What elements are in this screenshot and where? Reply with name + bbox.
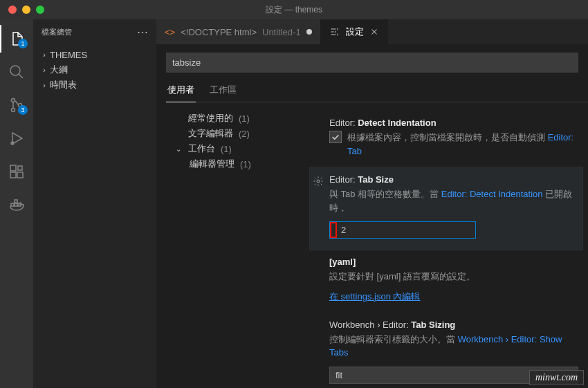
check-icon — [331, 132, 340, 142]
activity-docker[interactable] — [0, 191, 33, 219]
sidebar: 檔案總管 ⋯ ›THEMES ›大綱 ›時間表 — [33, 19, 156, 388]
sidebar-more-icon[interactable]: ⋯ — [137, 26, 148, 39]
docker-icon — [8, 196, 25, 213]
settings-tab-icon — [329, 26, 340, 37]
sidebar-section-timeline[interactable]: ›時間表 — [33, 77, 156, 93]
svg-rect-5 — [10, 165, 16, 171]
setting-detect-indentation: Editor: Detect Indentation 根據檔案內容，控制當檔案開… — [310, 111, 588, 167]
editor-tabs: <> <!DOCTYPE html> Untitled-1 設定 — [156, 19, 588, 44]
svg-point-1 — [12, 99, 15, 102]
tab-file-name: <!DOCTYPE html> — [181, 27, 257, 37]
settings-results: Editor: Detect Indentation 根據檔案內容，控制當檔案開… — [304, 102, 588, 388]
toc-text-editor[interactable]: 文字編輯器(2) — [176, 126, 304, 141]
watermark: minwt.com — [529, 370, 584, 385]
close-tab-icon[interactable] — [369, 27, 379, 37]
dirty-indicator-icon — [306, 29, 312, 35]
setting-tab-size: Editor: Tab Size 與 Tab 相等的空格數量。當 Editor:… — [310, 167, 582, 250]
svg-rect-7 — [17, 172, 23, 178]
activity-bar: 1 3 — [0, 19, 33, 388]
toc-frequently-used[interactable]: 經常使用的(1) — [176, 111, 304, 126]
activity-search[interactable] — [0, 58, 33, 86]
detect-indentation-checkbox[interactable] — [329, 131, 342, 143]
svg-rect-9 — [11, 203, 14, 206]
html-file-icon: <> — [165, 27, 175, 37]
activity-extensions[interactable] — [0, 158, 33, 185]
window-controls — [0, 6, 44, 14]
activity-debug[interactable] — [0, 124, 33, 152]
setting-gear-icon[interactable] — [313, 176, 324, 189]
svg-point-0 — [10, 66, 20, 75]
activity-explorer[interactable]: 1 — [0, 25, 33, 53]
chevron-down-icon: ⌄ — [176, 145, 185, 153]
svg-point-2 — [12, 109, 15, 112]
titlebar: 設定 — themes — [0, 0, 588, 19]
select-value: fit — [336, 370, 342, 380]
close-window-button[interactable] — [8, 6, 17, 14]
explorer-badge: 1 — [18, 39, 28, 48]
svg-rect-6 — [10, 172, 16, 178]
sidebar-title: 檔案總管 — [42, 27, 72, 37]
scope-tab-workspace[interactable]: 工作區 — [208, 80, 238, 102]
tab-settings[interactable]: 設定 — [321, 19, 388, 44]
tab-file-detail: Untitled-1 — [262, 27, 301, 37]
edit-in-settings-json-link[interactable]: 在 settings.json 內編輯 — [329, 291, 421, 302]
chevron-right-icon: › — [39, 50, 50, 59]
minimize-window-button[interactable] — [22, 6, 30, 14]
svg-point-13 — [317, 180, 320, 183]
svg-rect-10 — [15, 203, 17, 206]
scm-badge: 3 — [18, 105, 28, 115]
scope-tab-user[interactable]: 使用者 — [166, 80, 196, 102]
window-title: 設定 — themes — [266, 4, 322, 16]
sidebar-section-outline[interactable]: ›大綱 — [33, 62, 156, 77]
chevron-right-icon: › — [39, 66, 50, 74]
toc-workbench[interactable]: ⌄工作台(1) — [176, 141, 304, 156]
maximize-window-button[interactable] — [36, 6, 44, 14]
extensions-icon — [8, 163, 25, 180]
editor-area: <> <!DOCTYPE html> Untitled-1 設定 使用者 — [156, 19, 588, 388]
link-detect-indentation[interactable]: Editor: Detect Indentation — [441, 189, 543, 199]
settings-scope-tabs: 使用者 工作區 — [166, 80, 588, 102]
toc-editor-management[interactable]: 編輯器管理(1) — [176, 156, 304, 172]
settings-toc: 經常使用的(1) 文字編輯器(2) ⌄工作台(1) 編輯器管理(1) — [166, 102, 304, 388]
settings-editor: 使用者 工作區 經常使用的(1) 文字編輯器(2) ⌄工作台(1) 編輯器管理(… — [156, 44, 588, 388]
activity-scm[interactable]: 3 — [0, 91, 33, 119]
svg-rect-8 — [18, 166, 22, 170]
tab-size-input[interactable] — [337, 222, 475, 238]
sidebar-section-themes[interactable]: ›THEMES — [33, 47, 156, 62]
svg-rect-12 — [15, 200, 17, 203]
search-icon — [8, 64, 25, 80]
debug-icon — [8, 130, 25, 147]
sidebar-header: 檔案總管 ⋯ — [33, 19, 156, 44]
settings-search-input[interactable] — [166, 53, 578, 73]
chevron-right-icon: › — [39, 81, 50, 89]
setting-yaml: [yaml] 設定要針對 [yaml] 語言覆寫的設定。 在 settings.… — [310, 250, 588, 313]
tab-untitled-file[interactable]: <> <!DOCTYPE html> Untitled-1 — [156, 19, 321, 44]
tab-label: 設定 — [346, 26, 364, 38]
value-highlight — [330, 222, 337, 238]
